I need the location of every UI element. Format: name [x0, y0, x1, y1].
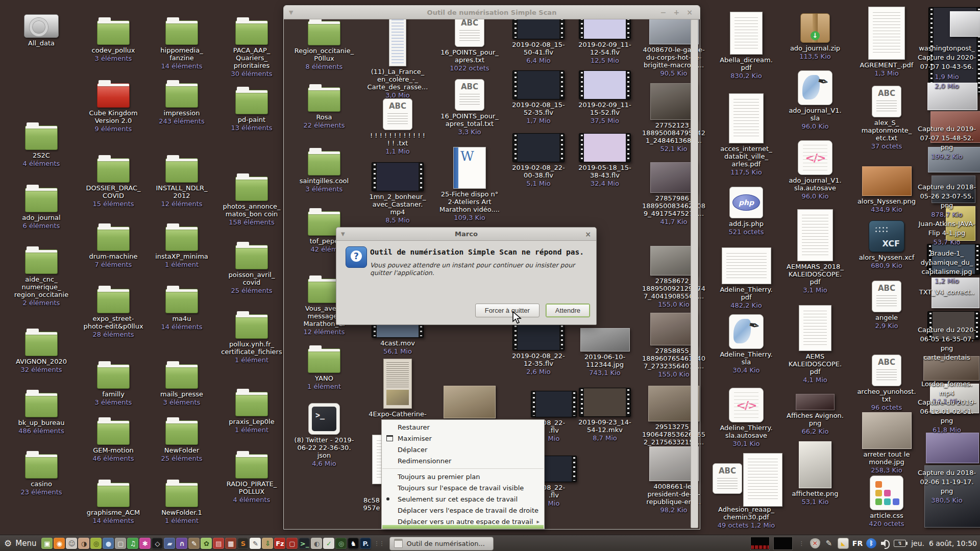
window-shade-icon[interactable]: ▼	[289, 9, 293, 16]
desktop-item[interactable]: 06-12 01-02-51.	[913, 406, 980, 416]
launcher-icon[interactable]: ✿	[201, 538, 212, 549]
launcher-icon[interactable]: Fz	[274, 538, 285, 549]
desktop-item[interactable]: (8) Twitter - 2019- 06-22 22-36-30. json…	[290, 403, 358, 467]
desktop-item[interactable]: ! ! ! ! ! ! ! ! ! ! ! ! ! ! .txt 1,1 Mio	[364, 98, 431, 155]
desktop-item[interactable]: Juan-Atkins-JAVA-	[913, 218, 980, 228]
desktop-item[interactable]: Capture du 2018-	[913, 467, 980, 477]
launcher-icon[interactable]: ✓	[323, 538, 334, 549]
desktop-item[interactable]: 2S2C 4 éléments	[8, 121, 75, 167]
desktop-item[interactable]: dynamique_du_	[913, 257, 980, 267]
launcher-icon[interactable]: ▤	[213, 538, 224, 549]
launcher-icon[interactable]: ◉	[54, 538, 65, 549]
battery-icon[interactable]	[894, 540, 906, 547]
desktop-item[interactable]: Rosa 22 éléments	[290, 83, 358, 129]
desktop-item[interactable]: Capture du 2018-	[913, 182, 980, 191]
tray-icon[interactable]: ✎	[824, 538, 834, 548]
desktop-item[interactable]: 61,8 Mio	[913, 424, 980, 434]
desktop-item[interactable]: ado_journal_V1. sla.autosave 96,0 Kio	[781, 140, 849, 200]
desktop-item[interactable]: acces_internet_ databit_ville_ arles.pdf…	[713, 93, 780, 176]
desktop-item[interactable]: NewFolder 25 éléments	[148, 416, 215, 462]
desktop-item[interactable]: ado_journal_V1. sla 96,0 Kio	[781, 70, 849, 130]
wait-button[interactable]: Attendre	[546, 304, 590, 317]
desktop-item[interactable]: 2019-02-08_22- 12-35.flv 2,6 Mio	[505, 324, 572, 375]
desktop-item[interactable]: 16_POINTS_pour_ apres_total.txt 3,3 Kio	[436, 79, 503, 136]
desktop-item[interactable]: carte_identais	[913, 352, 980, 362]
desktop-item[interactable]: 2019-02-08_15- 52-35.flv 1,7 Mio	[505, 70, 572, 124]
desktop-item[interactable]: 2019-09-23_14- 54-12.mkv 8,7 Mio	[571, 388, 639, 442]
panel-handle-icon[interactable]: ⋮⋮	[374, 540, 384, 547]
dialog-titlebar[interactable]: ▼ Marco ×	[336, 228, 596, 241]
desktop-item[interactable]: AGREMENT_.pdf 1,3 Mio	[853, 7, 920, 77]
menu-item[interactable]: Déplacer vers l'espace de travail de dro…	[382, 505, 544, 516]
desktop-item[interactable]: All_data	[8, 14, 75, 47]
desktop-item[interactable]: png	[913, 142, 980, 152]
desktop-item[interactable]: archeo_yunohost. txt 96 octets	[853, 355, 920, 411]
desktop-item[interactable]: 1mn_2_bonheur_ avec_Castaner. mp4 8,5 Mi…	[364, 162, 431, 224]
desktop-item[interactable]: graphisme_ACM 14 éléments	[80, 479, 147, 524]
desktop-item[interactable]: impression 243 éléments	[148, 79, 215, 125]
launcher-icon[interactable]: ▣	[41, 538, 53, 549]
desktop-item[interactable]: png	[913, 415, 980, 425]
desktop-item[interactable]: 02-06 11-19-17.	[913, 477, 980, 486]
desktop-item[interactable]: YANO 1 élément	[290, 344, 358, 390]
window-shade-icon[interactable]: ▼	[341, 231, 345, 237]
desktop-item[interactable]: pollux.ynh.fr_ certificate_fichiers 1 él…	[218, 310, 285, 364]
launcher-icon[interactable]: ♫	[127, 538, 138, 549]
desktop-item[interactable]: 2019-02-09_11- 12-54.flv 12,5 Mio	[571, 17, 639, 64]
menu-item[interactable]: Déplacer vers un autre espace de travail	[382, 516, 544, 527]
clock[interactable]: jeu. 6 août, 10:50	[911, 539, 977, 547]
menu-item[interactable]: Seulement sur cet espace de travail	[382, 493, 544, 505]
desktop-item[interactable]: AVIGNON_2020 32 éléments	[8, 328, 75, 373]
desktop-item[interactable]: Capture du 2020-	[913, 324, 980, 334]
menu-button[interactable]: ⚙ Menu	[0, 535, 41, 551]
menu-item[interactable]: Maximiser	[382, 433, 544, 444]
desktop-item[interactable]: mails_presse 3 éléments	[148, 360, 215, 406]
desktop-item[interactable]: casino 23 éléments	[8, 450, 75, 496]
desktop-item[interactable]: 1,9 Mio	[913, 71, 980, 81]
desktop-item[interactable]: 2019-06-10- 112344.jpg 743,1 Kio	[571, 328, 639, 377]
desktop-item[interactable]: 16_POINTS_pour_ apres.txt 1022 octets	[436, 15, 503, 72]
launcher-icon[interactable]: ▰	[164, 538, 175, 549]
desktop-item[interactable]: aide_cnc_ numerique_ region_occitanie 2 …	[8, 245, 75, 307]
desktop-item[interactable]: GEM-motion 46 éléments	[80, 416, 147, 462]
maximize-icon[interactable]: +	[674, 8, 680, 16]
desktop-item[interactable]: capitalisme.jpg	[913, 266, 980, 276]
launcher-icon[interactable]: S	[237, 538, 249, 549]
desktop-item[interactable]: (11)_La_France_ en_colère_-_ Carte_des_r…	[364, 17, 431, 99]
desktop-item[interactable]: Region_occitanie_ P0llux 8 éléments	[290, 17, 358, 70]
menu-item[interactable]: Déplacer	[382, 444, 544, 455]
desktop-item[interactable]: 878,7 Kio	[913, 209, 980, 218]
desktop-item[interactable]: photos_annonce_ matos_bon coin 158 éléme…	[218, 172, 285, 226]
task-button-simple-scan[interactable]: Outil de numérisation...	[389, 537, 494, 550]
desktop-item[interactable]: DOSSIER_DRAC_ COVID 15 éléments	[80, 154, 147, 208]
desktop-item[interactable]: article.css 420 octets	[853, 475, 920, 528]
minimize-icon[interactable]: −	[660, 8, 667, 16]
desktop-item[interactable]: Capture du 2019-	[913, 123, 980, 133]
launcher-icon[interactable]: ◐	[311, 538, 322, 549]
desktop-item[interactable]: Affiches Avignon. png 66,2 Kio	[781, 394, 849, 435]
desktop-item[interactable]: Capture du 2020-	[913, 52, 980, 62]
launcher-icon[interactable]: >_	[299, 538, 310, 549]
desktop-item[interactable]: 2019-02-08_15- 50-41.flv 6,4 Mio	[505, 17, 572, 64]
desktop-item[interactable]: 06-05 16-35-07.	[913, 334, 980, 343]
desktop-item[interactable]: drum-machine 7 éléments	[80, 222, 147, 268]
desktop-item[interactable]: Adhesion_reaap_ chemin30.pdf 49 octets 1…	[713, 504, 780, 529]
desktop-item[interactable]: TXT_V4_correct..	[913, 287, 980, 296]
desktop-item[interactable]: 2,0 Mio	[913, 81, 980, 90]
launcher-icon[interactable]: ⇩	[262, 538, 273, 549]
desktop-item[interactable]: png	[913, 486, 980, 495]
desktop-item[interactable]: alex_S_ maptonmonte_ etc.txt 37 octets	[853, 86, 920, 150]
desktop-item[interactable]: saintgilles.cool 3 éléments	[290, 147, 358, 193]
desktop-item[interactable]: AEMS KALEIDOSCOPE. pdf 4,1 Mio	[781, 305, 849, 384]
desktop-item[interactable]: 2019-02-08_22- 00-38.flv 5,1 Mio	[505, 133, 572, 187]
launcher-icon[interactable]: ▢	[286, 538, 298, 549]
launcher-icon[interactable]: ✱	[139, 538, 151, 549]
desktop-item[interactable]: Abella_dicream. pdf 830,2 Kio	[713, 12, 780, 80]
desktop-item[interactable]: praxis_Lep0le 1 élément	[218, 388, 285, 434]
system-monitor-cpu[interactable]	[750, 537, 770, 550]
panel-handle-icon[interactable]: ⋮	[799, 540, 804, 547]
desktop-item[interactable]: ado_journal.zip 113,5 Kio	[781, 13, 849, 60]
close-icon[interactable]: ×	[585, 230, 591, 238]
desktop-item[interactable]: alors_Nyssen.xcf 680,9 Kio	[853, 220, 920, 269]
desktop-item[interactable]: png	[913, 343, 980, 353]
